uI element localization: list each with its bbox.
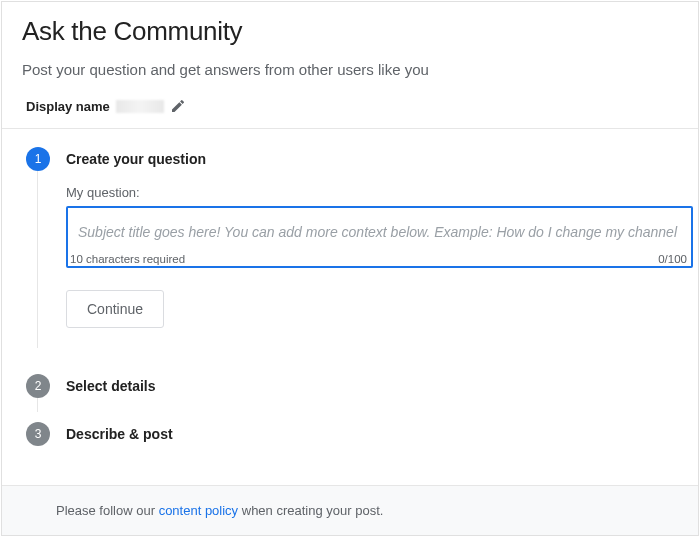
header-area: Ask the Community Post your question and… — [2, 2, 698, 128]
display-name-label: Display name — [26, 99, 110, 114]
question-field-label: My question: — [66, 185, 684, 200]
steps-area: 1 Create your question My question: 10 c… — [2, 129, 698, 446]
footer-bar: Please follow our content policy when cr… — [2, 485, 698, 535]
step-2-badge: 2 — [26, 374, 50, 398]
question-counter: 0/100 — [658, 253, 687, 265]
content-policy-link[interactable]: content policy — [159, 503, 239, 518]
display-name-row: Display name — [22, 98, 678, 128]
step-3-title: Describe & post — [66, 426, 173, 442]
step-1-header: 1 Create your question — [26, 147, 684, 171]
page-title: Ask the Community — [22, 16, 678, 47]
step-1-title: Create your question — [66, 151, 206, 167]
connector-2-3 — [37, 398, 684, 412]
display-name-value — [116, 100, 164, 113]
footer-text-post: when creating your post. — [238, 503, 383, 518]
step-1-body: My question: 10 characters required 0/10… — [37, 171, 684, 348]
question-hint: 10 characters required — [70, 253, 185, 265]
step-3-badge: 3 — [26, 422, 50, 446]
step-2-title: Select details — [66, 378, 156, 394]
step-3-header[interactable]: 3 Describe & post — [26, 422, 684, 446]
page-container: Ask the Community Post your question and… — [1, 1, 699, 536]
edit-display-name-icon[interactable] — [170, 98, 186, 114]
step-1-badge: 1 — [26, 147, 50, 171]
page-subtitle: Post your question and get answers from … — [22, 61, 678, 78]
content-area: Ask the Community Post your question and… — [2, 2, 698, 485]
footer-text-pre: Please follow our — [56, 503, 159, 518]
continue-button[interactable]: Continue — [66, 290, 164, 328]
question-input-wrap: 10 characters required 0/100 — [66, 206, 693, 268]
step-2-header[interactable]: 2 Select details — [26, 374, 684, 398]
